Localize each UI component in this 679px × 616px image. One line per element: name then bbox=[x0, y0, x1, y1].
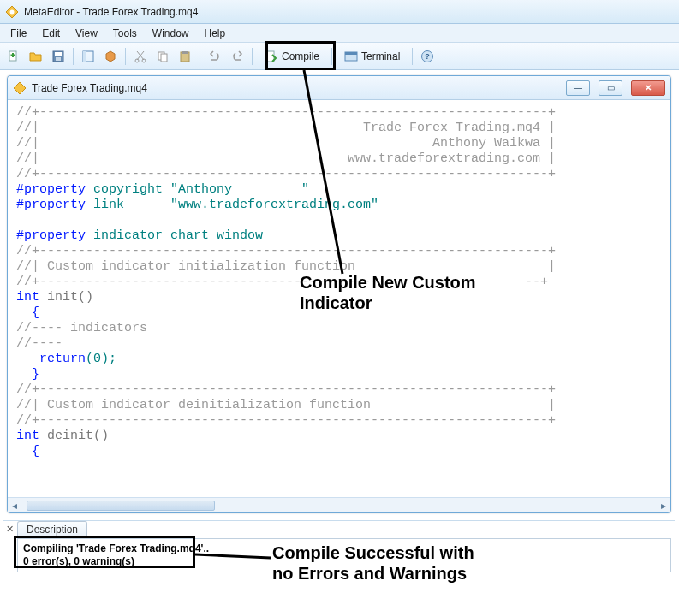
save-button[interactable] bbox=[48, 46, 68, 67]
annotation-text-compile: Compile New Custom Indicator bbox=[300, 272, 476, 313]
maximize-button[interactable]: ▭ bbox=[599, 80, 622, 96]
cut-button[interactable] bbox=[130, 46, 151, 67]
svg-rect-13 bbox=[182, 51, 188, 54]
undo-button[interactable] bbox=[205, 46, 225, 67]
output-tabs: Description bbox=[17, 521, 87, 538]
toolbox-button[interactable] bbox=[100, 46, 121, 67]
compile-button[interactable]: Compile bbox=[257, 46, 327, 67]
toolbar: Compile Terminal ? bbox=[0, 43, 679, 70]
help-button[interactable]: ? bbox=[417, 46, 438, 67]
toolbar-separator bbox=[412, 48, 413, 65]
toolbar-separator bbox=[200, 48, 200, 65]
annotation-text-success: Compile Successful with no Errors and Wa… bbox=[272, 542, 474, 583]
svg-marker-19 bbox=[14, 82, 26, 94]
terminal-label: Terminal bbox=[361, 50, 400, 62]
menu-bar: File Edit View Tools Window Help bbox=[0, 24, 679, 43]
new-file-button[interactable] bbox=[3, 46, 24, 67]
close-button[interactable]: ✕ bbox=[631, 80, 665, 96]
toolbar-separator bbox=[252, 48, 253, 65]
compile-label: Compile bbox=[282, 50, 319, 62]
menu-window[interactable]: Window bbox=[146, 26, 196, 41]
scrollbar-thumb[interactable] bbox=[27, 500, 215, 511]
menu-help[interactable]: Help bbox=[198, 26, 233, 41]
document-icon bbox=[13, 81, 27, 95]
svg-rect-16 bbox=[345, 52, 357, 55]
paste-button[interactable] bbox=[175, 46, 195, 67]
toolbar-separator bbox=[73, 48, 74, 65]
copy-button[interactable] bbox=[152, 46, 173, 67]
panel-close-button[interactable]: ✕ bbox=[3, 523, 15, 535]
menu-view[interactable]: View bbox=[68, 26, 104, 41]
editor-window-titlebar: Trade Forex Trading.mq4 — ▭ ✕ bbox=[8, 76, 670, 100]
minimize-button[interactable]: — bbox=[566, 80, 590, 96]
svg-rect-5 bbox=[56, 57, 61, 61]
window-title: MetaEditor - Trade Forex Trading.mq4 bbox=[24, 6, 198, 18]
navigator-button[interactable] bbox=[78, 46, 98, 67]
redo-button[interactable] bbox=[227, 46, 247, 67]
menu-edit[interactable]: Edit bbox=[35, 26, 67, 41]
svg-text:?: ? bbox=[426, 52, 431, 61]
title-bar: MetaEditor - Trade Forex Trading.mq4 bbox=[0, 0, 679, 24]
tab-description[interactable]: Description bbox=[17, 521, 87, 538]
document-title: Trade Forex Trading.mq4 bbox=[32, 82, 147, 94]
svg-rect-4 bbox=[55, 52, 62, 56]
svg-rect-11 bbox=[161, 54, 167, 62]
svg-point-1 bbox=[10, 9, 15, 14]
scroll-right-icon[interactable]: ▸ bbox=[657, 499, 670, 512]
scroll-left-icon[interactable]: ◂ bbox=[8, 499, 21, 512]
svg-rect-7 bbox=[83, 51, 86, 62]
horizontal-scrollbar[interactable]: ◂ ▸ bbox=[8, 497, 670, 512]
app-icon bbox=[5, 5, 19, 19]
toolbar-separator bbox=[125, 48, 126, 65]
menu-file[interactable]: File bbox=[3, 26, 33, 41]
open-file-button[interactable] bbox=[26, 46, 46, 67]
toolbar-separator bbox=[331, 48, 332, 65]
terminal-button[interactable]: Terminal bbox=[337, 46, 408, 67]
menu-tools[interactable]: Tools bbox=[106, 26, 144, 41]
